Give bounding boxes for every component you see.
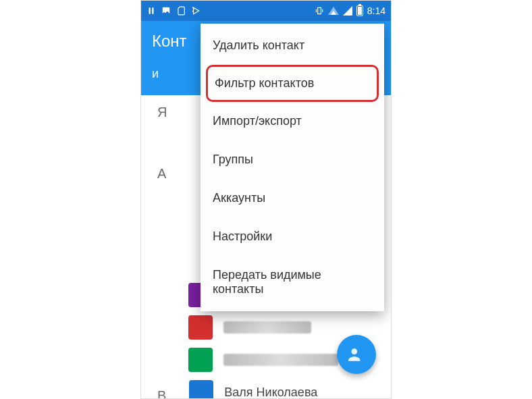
menu-share-visible[interactable]: Передать видимые контакты (201, 256, 384, 309)
menu-groups[interactable]: Группы (201, 140, 384, 179)
clock: 8:14 (367, 5, 385, 16)
section-header-b: В (141, 381, 182, 400)
avatar (188, 315, 213, 340)
play-icon (191, 6, 201, 16)
menu-settings[interactable]: Настройки (201, 217, 384, 256)
contact-name-blurred (223, 354, 338, 366)
menu-import-export[interactable]: Импорт/экспорт (201, 102, 384, 140)
status-bar: 8:14 (141, 1, 391, 21)
status-left (147, 6, 201, 16)
avatar (188, 348, 213, 372)
menu-filter-contacts[interactable]: Фильтр контактов (206, 65, 379, 102)
image-icon (161, 6, 171, 16)
status-right: 8:14 (315, 5, 385, 16)
person-add-icon (348, 346, 365, 363)
svg-point-0 (351, 348, 357, 354)
device-frame: 8:14 Конт и Я А В Валя Николаева (140, 0, 392, 399)
sim-icon (176, 6, 186, 16)
vibrate-icon (315, 6, 324, 16)
battery-icon (356, 5, 363, 16)
pause-icon (147, 6, 156, 16)
contact-name-blurred (223, 321, 311, 334)
menu-delete-contact[interactable]: Удалить контакт (201, 26, 384, 65)
contact-name: Валя Николаева (224, 385, 317, 400)
avatar (189, 380, 213, 399)
contact-row[interactable]: Валя Николаева (182, 376, 391, 399)
menu-accounts[interactable]: Аккаунты (201, 179, 384, 217)
wifi-icon (328, 7, 339, 15)
overflow-menu: Удалить контакт Фильтр контактов Импорт/… (201, 24, 384, 311)
fab-add-contact[interactable] (337, 335, 376, 374)
signal-icon (343, 6, 352, 16)
